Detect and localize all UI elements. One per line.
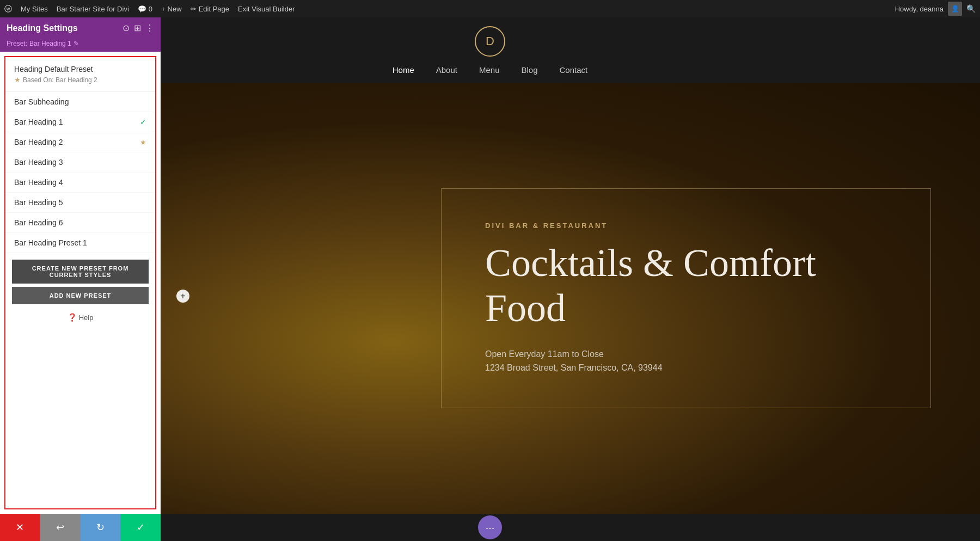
redo-button[interactable]: ↻ xyxy=(81,514,121,541)
hero-content: DIVI BAR & RESTAURANT Cocktails & Comfor… xyxy=(441,188,931,408)
wordpress-icon: W xyxy=(4,5,12,13)
preset-item-bar-subheading[interactable]: Bar Subheading xyxy=(5,92,155,112)
heading-settings-panel: Heading Settings ⊙ ⊞ ⋮ Preset: Bar Headi… xyxy=(0,17,161,541)
hero-subtitle: Open Everyday 11am to Close 1234 Broad S… xyxy=(485,347,887,375)
default-preset-title: Heading Default Preset xyxy=(14,65,146,73)
hero-title: Cocktails & Comfort Food xyxy=(485,241,887,331)
preset-item-bar-heading-2[interactable]: Bar Heading 2 ★ xyxy=(5,132,155,152)
exit-builder-label: Exit Visual Builder xyxy=(238,5,295,13)
nav-blog[interactable]: Blog xyxy=(522,65,538,75)
hero-line1: Open Everyday 11am to Close xyxy=(485,347,887,361)
nav-about[interactable]: About xyxy=(436,65,457,75)
user-avatar: 👤 xyxy=(948,2,962,16)
panel-header-icons: ⊙ ⊞ ⋮ xyxy=(122,23,154,33)
hero-border-box: DIVI BAR & RESTAURANT Cocktails & Comfor… xyxy=(441,188,931,408)
more-icon[interactable]: ⋮ xyxy=(145,23,154,33)
comments-icon: 💬 xyxy=(138,5,146,13)
redo-icon: ↻ xyxy=(96,521,105,533)
panel-header: Heading Settings ⊙ ⊞ ⋮ xyxy=(0,17,161,39)
new-item[interactable]: + New xyxy=(161,5,182,13)
preset-item-name: Bar Heading 5 xyxy=(14,198,146,207)
based-on-star-icon: ★ xyxy=(14,76,21,84)
site-name-label: Bar Starter Site for Divi xyxy=(57,5,129,13)
check-icon: ✓ xyxy=(140,118,146,126)
edit-page-item[interactable]: ✏ Edit Page xyxy=(191,5,229,13)
help-label: Help xyxy=(79,313,94,322)
preset-item-name: Bar Subheading xyxy=(14,97,146,106)
confirm-button[interactable]: ✓ xyxy=(120,514,161,541)
preset-item-bar-heading-5[interactable]: Bar Heading 5 xyxy=(5,193,155,213)
based-on-row: ★ Based On: Bar Heading 2 xyxy=(14,76,146,84)
cancel-button[interactable]: ✕ xyxy=(0,514,40,541)
hero-line2: 1234 Broad Street, San Francisco, CA, 93… xyxy=(485,361,887,375)
comments-item[interactable]: 💬 0 xyxy=(138,5,152,13)
hero-eyebrow: DIVI BAR & RESTAURANT xyxy=(485,222,887,230)
fab-dots-icon: ··· xyxy=(486,521,495,534)
preset-item-bar-heading-preset-1[interactable]: Bar Heading Preset 1 xyxy=(5,233,155,253)
add-preset-button[interactable]: ADD NEW PRESET xyxy=(12,287,149,304)
nav-contact[interactable]: Contact xyxy=(560,65,588,75)
howdy-label: Howdy, deanna xyxy=(895,5,944,13)
edit-page-label: Edit Page xyxy=(199,5,229,13)
undo-icon: ↩ xyxy=(56,521,64,533)
preset-item-name: Bar Heading 3 xyxy=(14,158,146,167)
preset-name: Bar Heading 1 xyxy=(29,40,71,47)
panel-content-scroll[interactable]: Heading Default Preset ★ Based On: Bar H… xyxy=(5,57,155,508)
preset-item-bar-heading-6[interactable]: Bar Heading 6 xyxy=(5,213,155,233)
panel-title: Heading Settings xyxy=(7,23,78,33)
comments-count: 0 xyxy=(149,5,152,13)
my-sites-item[interactable]: My Sites xyxy=(21,5,48,13)
columns-icon[interactable]: ⊞ xyxy=(134,23,141,33)
preset-item-name: Bar Heading 6 xyxy=(14,218,146,227)
nav-home[interactable]: Home xyxy=(393,65,414,75)
help-link[interactable]: ❓ Help xyxy=(5,309,155,326)
site-name-item[interactable]: Bar Starter Site for Divi xyxy=(57,5,129,13)
add-module-button[interactable]: + xyxy=(176,290,189,303)
wp-logo-item[interactable]: W xyxy=(4,5,12,13)
panel-content-outer: Heading Default Preset ★ Based On: Bar H… xyxy=(4,56,156,509)
preset-item-name: Bar Heading 4 xyxy=(14,178,146,187)
sync-icon[interactable]: ⊙ xyxy=(122,23,130,33)
panel-buttons: CREATE NEW PRESET FROM CURRENT STYLES AD… xyxy=(5,253,155,309)
admin-bar: W My Sites Bar Starter Site for Divi 💬 0… xyxy=(0,0,980,17)
pencil-icon: ✏ xyxy=(191,5,197,13)
preset-item-bar-heading-3[interactable]: Bar Heading 3 xyxy=(5,152,155,173)
exit-builder-item[interactable]: Exit Visual Builder xyxy=(238,5,295,13)
preset-label: Preset: xyxy=(7,40,27,47)
preset-item-name: Bar Heading 2 xyxy=(14,138,140,146)
panel-bottom-actions: ✕ ↩ ↻ ✓ xyxy=(0,514,161,541)
preset-item-bar-heading-4[interactable]: Bar Heading 4 xyxy=(5,173,155,193)
confirm-icon: ✓ xyxy=(137,521,145,533)
site-logo: D xyxy=(475,26,505,57)
new-label: New xyxy=(168,5,182,13)
preset-item-name: Bar Heading 1 xyxy=(14,118,140,126)
preset-item-name: Bar Heading Preset 1 xyxy=(14,238,146,247)
default-preset-section: Heading Default Preset ★ Based On: Bar H… xyxy=(5,57,155,92)
my-sites-label: My Sites xyxy=(21,5,48,13)
help-circle-icon: ❓ xyxy=(68,313,77,322)
based-on-label: Based On: Bar Heading 2 xyxy=(23,76,97,84)
star-outline-icon: ★ xyxy=(140,138,146,146)
fab-button[interactable]: ··· xyxy=(478,515,502,539)
preset-edit-icon[interactable]: ✎ xyxy=(74,40,79,47)
site-navigation: Home About Menu Blog Contact xyxy=(393,65,587,75)
svg-text:W: W xyxy=(7,7,10,11)
preset-item-bar-heading-1[interactable]: Bar Heading 1 ✓ xyxy=(5,112,155,132)
admin-bar-right: Howdy, deanna 👤 🔍 xyxy=(895,2,976,16)
search-icon[interactable]: 🔍 xyxy=(966,4,976,13)
create-preset-button[interactable]: CREATE NEW PRESET FROM CURRENT STYLES xyxy=(12,260,149,284)
preset-bar: Preset: Bar Heading 1 ✎ xyxy=(0,39,161,52)
plus-icon: + xyxy=(161,5,166,13)
undo-button[interactable]: ↩ xyxy=(40,514,81,541)
nav-menu[interactable]: Menu xyxy=(479,65,500,75)
logo-letter: D xyxy=(486,34,494,48)
cancel-icon: ✕ xyxy=(16,521,24,533)
